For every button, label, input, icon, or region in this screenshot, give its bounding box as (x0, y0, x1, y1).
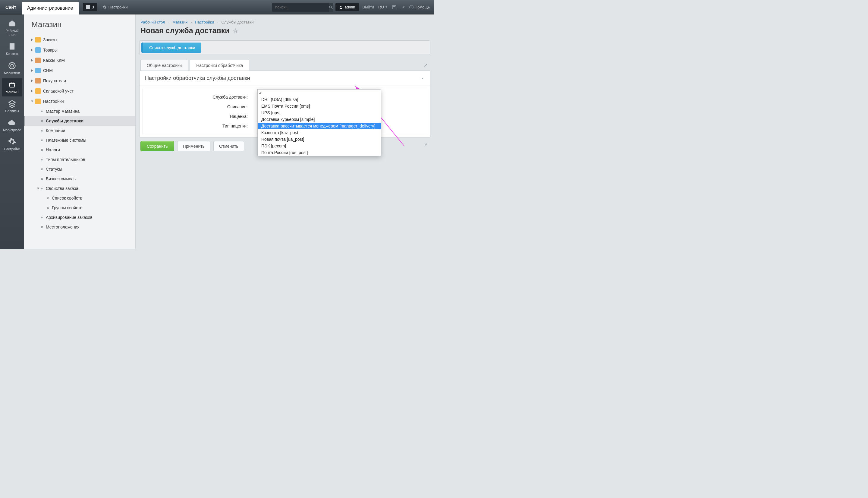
iconbar-desktop[interactable]: Рабочий стол (2, 17, 22, 39)
help-label: Помощь (415, 5, 430, 9)
nav-subitem[interactable]: Компании (24, 126, 135, 135)
dropdown-option[interactable]: ПЭК [pecom] (258, 143, 380, 149)
nav-subsubitem[interactable]: Список свойств (24, 193, 135, 203)
iconbar-label: Настройки (4, 147, 20, 151)
dropdown-option[interactable]: Казпочта [kaz_post] (258, 129, 380, 136)
breadcrumb-current: Службы доставки (222, 20, 254, 24)
basket-icon (8, 80, 16, 89)
apply-button[interactable]: Применить (177, 141, 210, 151)
logout-link[interactable]: Выйти (363, 5, 374, 9)
nav-subitem[interactable]: Архивирование заказов (24, 212, 135, 222)
notification-count: 3 (92, 5, 94, 9)
dropdown-current-blank[interactable]: ✓ (258, 90, 380, 96)
dropdown-option[interactable]: Доставка курьером [simple] (258, 116, 380, 123)
tab-admin[interactable]: Администрирование (22, 2, 79, 14)
iconbar-settings[interactable]: Настройки (2, 135, 22, 154)
dropdown-option[interactable]: DHL (USA) [dhlusa] (258, 96, 380, 103)
favorite-star-icon[interactable] (233, 28, 238, 34)
tab-general[interactable]: Общие настройки (141, 60, 188, 71)
lang-selector[interactable]: RU ▼ (378, 5, 388, 9)
svg-point-2 (340, 6, 342, 7)
iconbar-label: Маркетинг (4, 71, 20, 75)
document-icon (8, 42, 16, 51)
dropdown-option[interactable]: Новая почта [ua_post] (258, 136, 380, 143)
nav-item[interactable]: Настройки (24, 96, 135, 106)
help-icon: ? (409, 5, 414, 9)
iconbar-marketplace[interactable]: Marketplace (2, 116, 22, 134)
dropdown-option[interactable]: Почта России [rus_post] (258, 149, 380, 156)
nav-item[interactable]: CRM (24, 65, 135, 76)
save-button[interactable]: Сохранить (141, 141, 174, 151)
nav-title: Магазин (24, 18, 135, 35)
iconbar-content[interactable]: Контент (2, 40, 22, 58)
dropdown-option[interactable]: Доставка рассчитывается менеджером [mana… (258, 123, 380, 129)
nav-subitem[interactable]: Платежные системы (24, 135, 135, 145)
nav-item[interactable]: Кассы ККМ (24, 55, 135, 65)
tab-site[interactable]: Сайт (0, 0, 22, 14)
lang-label: RU (378, 5, 384, 9)
pin-tabs-button[interactable] (423, 62, 429, 68)
chevron-down-icon: ▼ (385, 6, 388, 9)
cancel-button[interactable]: Отменить (213, 141, 244, 151)
home-icon (8, 19, 16, 28)
nav-subitem[interactable]: Местоположения (24, 222, 135, 232)
service-dropdown[interactable]: ✓ DHL (USA) [dhlusa]EMS Почта России [em… (257, 89, 381, 156)
back-to-list-button[interactable]: Список служб доставки (141, 42, 201, 53)
tree-root: ЗаказыТоварыКассы ККМCRMПокупателиСкладс… (24, 35, 135, 232)
nav-subitem[interactable]: Службы доставки (24, 116, 135, 126)
gear-icon (8, 137, 16, 146)
search-button[interactable] (329, 3, 333, 12)
user-button[interactable]: admin (335, 3, 359, 11)
tabs: Общие настройки Настройки обработчика (139, 60, 430, 71)
iconbar-services[interactable]: Сервисы (2, 97, 22, 116)
search-icon (329, 5, 333, 9)
search-box[interactable] (272, 3, 332, 12)
svg-rect-3 (392, 5, 396, 9)
iconbar-label: Контент (6, 52, 18, 56)
pin-footer-button[interactable] (423, 142, 429, 148)
help-link[interactable]: ? Помощь (409, 5, 430, 9)
panel-icon[interactable] (392, 5, 397, 10)
breadcrumb-item[interactable]: Настройки (195, 20, 214, 24)
nav-subitem[interactable]: Бизнес смыслы (24, 174, 135, 184)
panel: Настройки обработчика службы доставки Сл… (139, 70, 430, 137)
nav-subitem[interactable]: Налоги (24, 145, 135, 155)
pin-icon (424, 143, 428, 147)
iconbar-label: Рабочий стол (2, 29, 22, 37)
gear-icon (103, 5, 107, 9)
nav-subitem[interactable]: Мастер магазина (24, 106, 135, 116)
svg-point-6 (9, 62, 15, 69)
panel-head[interactable]: Настройки обработчика службы доставки (139, 71, 430, 86)
pin-icon[interactable] (401, 5, 405, 9)
nav-item[interactable]: Покупатели (24, 76, 135, 86)
tab-handler[interactable]: Настройки обработчика (190, 60, 249, 71)
dropdown-option[interactable]: EMS Почта России [ems] (258, 103, 380, 109)
iconbar-marketing[interactable]: Маркетинг (2, 59, 22, 78)
nav-subitem[interactable]: Типы плательщиков (24, 155, 135, 164)
nav-subitem[interactable]: Свойства заказа (24, 184, 135, 193)
svg-point-0 (330, 6, 332, 8)
label-description: Описание: (148, 104, 251, 109)
nav-item[interactable]: Складской учет (24, 86, 135, 96)
layers-icon (8, 100, 16, 108)
nav-item[interactable]: Товары (24, 45, 135, 55)
notification-badge[interactable]: 3 (83, 3, 97, 11)
breadcrumb-item[interactable]: Магазин (172, 20, 187, 24)
dropdown-option[interactable]: UPS [ups] (258, 109, 380, 116)
nav-tree: Магазин ЗаказыТоварыКассы ККМCRMПокупате… (24, 14, 136, 249)
nav-item[interactable]: Заказы (24, 35, 135, 45)
target-icon (8, 62, 16, 70)
nav-subitem[interactable]: Статусы (24, 164, 135, 174)
toolbar-card: Список служб доставки (139, 40, 430, 55)
breadcrumb-item[interactable]: Рабочий стол (141, 20, 165, 24)
topbar: Сайт Администрирование 3 Настройки admin… (0, 0, 434, 14)
topbar-settings-link[interactable]: Настройки (103, 5, 128, 9)
panel-title: Настройки обработчика службы доставки (145, 75, 250, 81)
icon-sidebar: Рабочий стол Контент Маркетинг Магазин С… (0, 14, 24, 249)
nav-subsubitem[interactable]: Группы свойств (24, 203, 135, 212)
iconbar-shop[interactable]: Магазин (2, 78, 22, 96)
search-input[interactable] (272, 5, 329, 9)
label-service: Служба доставки: (148, 95, 251, 100)
pin-icon (424, 63, 428, 67)
breadcrumb: Рабочий стол› Магазин› Настройки› Службы… (139, 14, 430, 24)
